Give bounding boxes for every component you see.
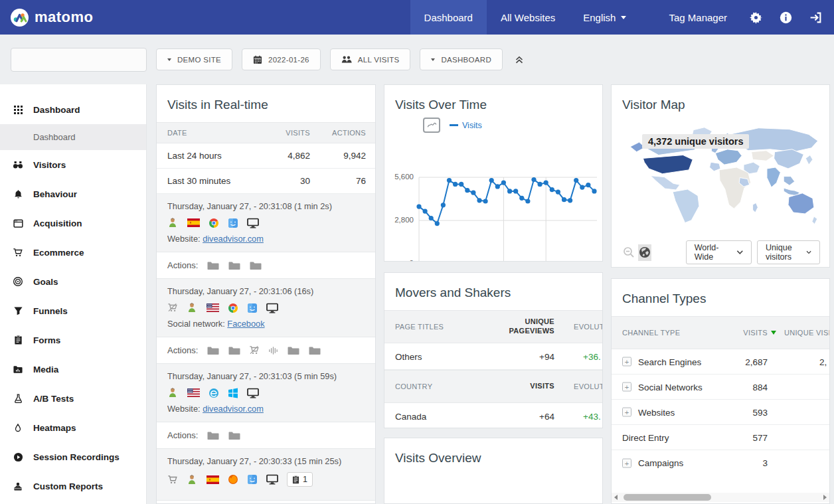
date-selector-button[interactable]: 2022-01-26 xyxy=(242,48,321,70)
table-row: Campaigns 3 xyxy=(612,450,829,475)
table-row: Websites 593 xyxy=(612,400,829,425)
legend-color-swatch xyxy=(450,124,458,126)
nav-all-websites[interactable]: All Websites xyxy=(487,0,569,35)
sidebar-item-dashboard[interactable]: Dashboard xyxy=(0,95,146,124)
visit-time: Thursday, January 27, - 20:31:08 (1 min … xyxy=(167,201,365,211)
column-unique-visitors[interactable]: UNIQUE VISITORS xyxy=(784,329,830,337)
page-folder-icon[interactable] xyxy=(228,346,240,355)
abandoned-cart-icon[interactable] xyxy=(249,345,260,355)
sidebar-item-visitors[interactable]: Visitors xyxy=(0,150,146,179)
column-channel-type: CHANNEL TYPE xyxy=(622,329,680,337)
help-info-icon[interactable] xyxy=(771,0,801,35)
realtime-table-header: DATE VISITS ACTIONS xyxy=(157,122,375,143)
chevron-down-icon xyxy=(806,250,811,255)
expand-plus-icon[interactable] xyxy=(622,357,631,367)
page-folder-icon[interactable] xyxy=(207,261,219,270)
column-unique-pageviews: UNIQUE PAGEVIEWS xyxy=(493,318,554,337)
sidebar-subitem-dashboard[interactable]: Dashboard xyxy=(0,124,146,150)
sidebar-item-custom-reports[interactable]: Custom Reports xyxy=(0,471,146,501)
sidebar-item-goals[interactable]: Goals xyxy=(0,267,146,296)
sidebar-item-behaviour[interactable]: Behaviour xyxy=(0,179,146,209)
referrer-label: Website: xyxy=(167,404,201,414)
segment-selector-button[interactable]: ALL VISITS xyxy=(330,48,411,70)
table-row: Canada +64 +43. xyxy=(384,403,602,428)
referrer-link[interactable]: Facebook xyxy=(227,319,264,329)
globe-icon[interactable] xyxy=(638,244,651,261)
site-search-icon[interactable] xyxy=(268,346,278,355)
page-folder-icon[interactable] xyxy=(228,261,240,270)
nav-language-selector[interactable]: English xyxy=(569,0,640,35)
page-folder-icon[interactable] xyxy=(308,346,321,355)
y-tick: 5,600 xyxy=(386,173,414,181)
widget-title: Visits Overview xyxy=(384,438,602,475)
search-input[interactable] xyxy=(23,54,140,64)
referrer-label: Website: xyxy=(167,234,201,244)
scrollbar-thumb[interactable] xyxy=(624,494,711,501)
referrer-link[interactable]: diveadvisor.com xyxy=(203,234,264,244)
sidebar-item-ecommerce[interactable]: Ecommerce xyxy=(0,238,146,267)
sidebar-item-media[interactable]: Media xyxy=(0,355,146,384)
play-circle-icon xyxy=(13,452,23,462)
map-controls: World-Wide Unique visitors xyxy=(621,240,820,264)
sidebar-item-session-recordings[interactable]: Session Recordings xyxy=(0,442,146,471)
matomo-logo[interactable]: matomo xyxy=(0,9,94,27)
horizontal-scrollbar[interactable] xyxy=(612,493,829,502)
sidebar-item-label: A/B Tests xyxy=(33,394,74,404)
table-header: CHANNEL TYPE VISITS UNIQUE VISITORS xyxy=(612,316,829,349)
table-row: Search Engines 2,687 2, xyxy=(612,349,829,375)
page-folder-icon[interactable] xyxy=(207,431,219,440)
sidebar-item-heatmaps[interactable]: Heatmaps xyxy=(0,413,146,442)
map-metric-select[interactable]: Unique visitors xyxy=(757,240,820,264)
sign-out-icon[interactable] xyxy=(801,0,834,35)
site-selector-button[interactable]: DEMO SITE xyxy=(156,48,232,70)
scroll-left-icon[interactable] xyxy=(614,495,618,500)
export-image-icon[interactable] xyxy=(423,118,440,133)
world-map[interactable]: 4,372 unique visitors xyxy=(617,122,824,235)
expand-plus-icon[interactable] xyxy=(622,408,631,417)
toolbar: DEMO SITE 2022-01-26 ALL VISITS DASHBOAR… xyxy=(0,35,834,84)
widget-title: Channel Types xyxy=(612,279,829,316)
visit-entry: Thursday, January 27, - 20:30:33 (15 min… xyxy=(157,449,375,501)
table-row: Last 24 hours 4,862 9,942 xyxy=(157,143,375,169)
dashboard-widgets-area: Visits in Real-time DATE VISITS ACTIONS … xyxy=(147,84,834,504)
map-region-select[interactable]: World-Wide xyxy=(686,240,752,264)
collapse-toolbar-icon[interactable] xyxy=(512,52,527,67)
table-row: Others +94 +36. xyxy=(384,343,602,370)
referrer-link[interactable]: diveadvisor.com xyxy=(203,404,264,414)
legend-item-visits[interactable]: Visits xyxy=(450,121,482,130)
expand-plus-icon[interactable] xyxy=(622,382,631,392)
visit-entry: Thursday, January 27, - 20:31:06 (16s) S… xyxy=(157,279,375,337)
visit-entry: Thursday, January 27, - 20:31:03 (5 min … xyxy=(157,364,375,422)
visit-actions-row: Actions: xyxy=(157,337,375,364)
sidebar-item-forms[interactable]: Forms xyxy=(0,325,146,355)
column-visits-sortable[interactable]: VISITS xyxy=(743,329,768,337)
page-folder-icon[interactable] xyxy=(287,346,299,355)
expand-plus-icon[interactable] xyxy=(622,458,631,467)
page-folder-icon[interactable] xyxy=(207,346,219,355)
sidebar-item-acquisition[interactable]: Acquisition xyxy=(0,209,146,238)
pageviews-badge: 1 xyxy=(287,472,313,487)
page-folder-icon[interactable] xyxy=(249,261,262,270)
scroll-right-icon[interactable] xyxy=(823,495,827,500)
firefox-icon xyxy=(228,474,238,485)
y-tick: 2,800 xyxy=(386,216,414,224)
ecommerce-cart-icon xyxy=(167,475,178,485)
sidebar-item-ab-tests[interactable]: A/B Tests xyxy=(0,384,146,413)
sidebar-item-funnels[interactable]: Funnels xyxy=(0,296,146,325)
settings-gear-icon[interactable] xyxy=(741,0,771,35)
desktop-icon xyxy=(247,388,259,398)
dashboard-selector-button[interactable]: DASHBOARD xyxy=(420,48,503,70)
visit-time: Thursday, January 27, - 20:31:03 (5 min … xyxy=(167,371,365,381)
sort-desc-icon xyxy=(771,331,776,335)
nav-dashboard[interactable]: Dashboard xyxy=(410,0,487,35)
nav-tag-manager[interactable]: Tag Manager xyxy=(655,0,741,35)
search-box[interactable] xyxy=(11,48,147,72)
flag-usa-icon xyxy=(187,388,200,397)
column-country: COUNTRY xyxy=(395,382,432,390)
page-folder-icon[interactable] xyxy=(228,431,240,440)
chart-plot-area xyxy=(415,171,601,262)
bell-icon xyxy=(13,189,23,199)
binoculars-icon xyxy=(13,159,23,170)
clipboard-icon xyxy=(292,475,299,484)
zoom-out-icon[interactable] xyxy=(621,244,637,260)
